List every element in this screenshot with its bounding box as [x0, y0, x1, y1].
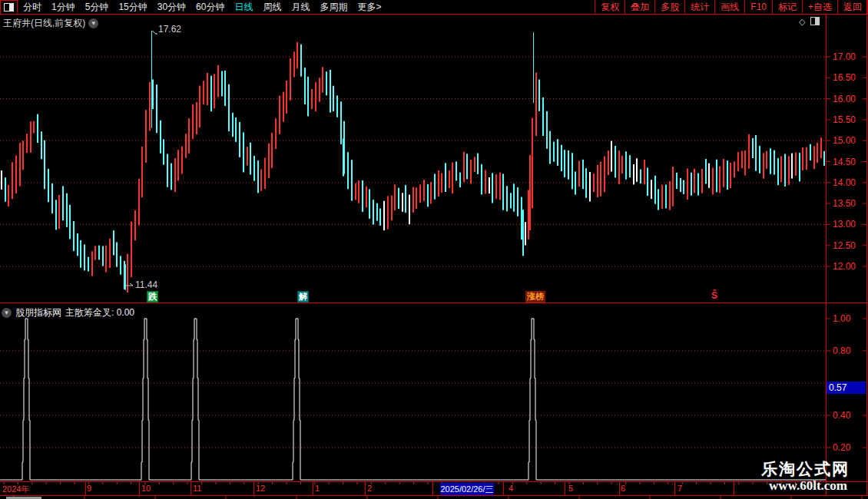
period-tab-60分钟[interactable]: 60分钟: [196, 1, 224, 14]
price-axis-label: 12.50: [833, 240, 865, 251]
period-tab-周线[interactable]: 周线: [263, 1, 281, 14]
period-tab-5分钟[interactable]: 5分钟: [85, 1, 109, 14]
app-window: 分时1分钟5分钟15分钟30分钟60分钟日线周线月线多周期更多> 复权叠加多股统…: [0, 0, 868, 499]
indicator-name-value: 主散筹金叉: 0.00: [65, 306, 134, 319]
date-axis-label: 11: [193, 484, 201, 493]
toolbar-button-统计[interactable]: 统计: [684, 0, 714, 15]
price-axis-label: 15.50: [833, 114, 865, 125]
period-tab-分时[interactable]: 分时: [23, 1, 41, 14]
price-axis-label: 13.50: [833, 198, 865, 209]
price-axis-label: 15.00: [833, 135, 865, 146]
date-axis-label: 2024年: [2, 484, 29, 495]
toolbar-button-多股[interactable]: 多股: [654, 0, 684, 15]
diamond-icon[interactable]: ◇: [799, 17, 805, 27]
date-axis-label: 2: [367, 484, 372, 493]
date-axis-label: 7: [678, 484, 682, 493]
event-marker-解: 解: [297, 291, 309, 302]
period-tabs: 分时1分钟5分钟15分钟30分钟60分钟日线周线月线多周期更多>: [18, 1, 381, 14]
toolbar-button-返回[interactable]: 返回: [837, 0, 868, 15]
indicator-header: ▾ 股朋指标网 主散筹金叉: 0.00: [2, 306, 134, 319]
date-axis-label: 5: [568, 484, 573, 493]
top-toolbar: 分时1分钟5分钟15分钟30分钟60分钟日线周线月线多周期更多> 复权叠加多股统…: [0, 0, 868, 15]
chart-graphics[interactable]: [0, 0, 868, 499]
indicator-axis-label: 0.20: [833, 442, 865, 453]
toolbar-button-画线[interactable]: 画线: [714, 0, 744, 15]
watermark-site-name: 乐淘公式网: [761, 458, 850, 480]
period-tab-15分钟[interactable]: 15分钟: [118, 1, 147, 14]
toolbar-button-F10[interactable]: F10: [744, 0, 772, 15]
price-axis-label: 17.00: [833, 51, 865, 62]
indicator-current-value-badge: 0.57: [827, 382, 866, 394]
period-tab-多周期[interactable]: 多周期: [320, 1, 347, 14]
watermark-url: www.60lt.com: [769, 478, 847, 494]
toolbar-button-标记[interactable]: 标记: [772, 0, 802, 15]
date-axis-label: 10: [141, 484, 151, 493]
period-tab-更多>[interactable]: 更多>: [357, 1, 381, 14]
stock-title: 王府井(日线,前复权): [3, 17, 85, 30]
date-axis-label: 9: [87, 484, 91, 493]
event-marker-跌: 跌: [147, 291, 158, 302]
indicator-axis-label: 1.00: [833, 313, 865, 324]
event-marker-Ŝ: Ŝ: [711, 291, 718, 301]
toolbar-button-+自选[interactable]: +自选: [802, 0, 837, 15]
price-axis-label: 16.00: [833, 94, 865, 104]
price-axis-label: 12.00: [833, 261, 865, 272]
date-axis-label: 4: [509, 484, 513, 493]
period-tab-月线[interactable]: 月线: [291, 1, 310, 14]
date-axis-label: 6: [621, 484, 625, 493]
price-axis-label: 16.50: [833, 72, 865, 83]
split-pane-icon[interactable]: [0, 0, 18, 15]
indicator-axis-label: 0.80: [833, 345, 865, 356]
price-axis-label: 14.50: [833, 157, 865, 167]
period-tab-日线[interactable]: 日线: [234, 1, 253, 14]
indicator-axis-label: 0.40: [833, 410, 865, 421]
price-axis-label: 14.00: [833, 177, 865, 188]
event-marker-涨榜: 涨榜: [525, 291, 545, 302]
indicator-source: 股朋指标网: [15, 306, 61, 319]
toolbar-button-复权[interactable]: 复权: [595, 0, 624, 15]
price-axis-label: 13.00: [833, 219, 865, 230]
split-pane-icon[interactable]: [810, 17, 820, 27]
period-tab-1分钟[interactable]: 1分钟: [51, 1, 75, 14]
chevron-down-icon[interactable]: ▾: [2, 308, 12, 318]
date-axis-label: 1: [315, 484, 320, 493]
period-tab-30分钟[interactable]: 30分钟: [157, 1, 186, 14]
low-price-annotation: 11.44: [135, 279, 157, 290]
chevron-down-icon[interactable]: ▾: [88, 18, 98, 28]
right-toolbar: 复权叠加多股统计画线F10标记+自选返回: [595, 0, 868, 15]
selected-date-badge: 2025/02/26/三: [440, 483, 494, 495]
chart-title-row: 王府井(日线,前复权) ▾: [3, 17, 98, 30]
date-axis-label: 12: [256, 484, 265, 493]
toolbar-button-叠加[interactable]: 叠加: [624, 0, 654, 15]
high-price-annotation: 17.62: [158, 24, 181, 35]
chart-corner-icons: ◇: [799, 17, 820, 27]
